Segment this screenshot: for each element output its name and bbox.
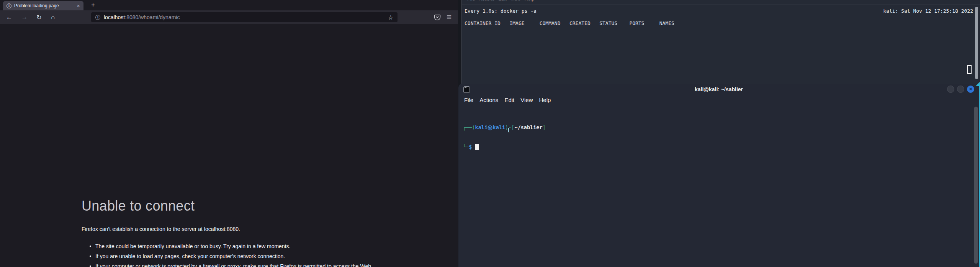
bookmark-star-icon[interactable]: ☆ bbox=[388, 14, 393, 21]
shell-prompt[interactable]: ┌──(kali㉿kali)-[~/sablier] └─$ bbox=[463, 111, 546, 163]
url-field[interactable]: i localhost:8080/whoami/dynamic ☆ bbox=[91, 12, 398, 22]
site-info-icon[interactable]: i bbox=[95, 15, 100, 20]
prompt-user-host: kali㉿kali bbox=[475, 124, 506, 130]
browser-tab[interactable]: i Problem loading page ✕ bbox=[3, 1, 83, 10]
info-icon: i bbox=[7, 3, 11, 8]
prompt-line-1: ┌──(kali㉿kali)-[~/sablier] bbox=[463, 124, 546, 131]
back-icon[interactable]: ← bbox=[5, 10, 14, 24]
menu-help[interactable]: Help bbox=[539, 97, 551, 103]
scrollbar[interactable] bbox=[975, 7, 978, 79]
list-item: If your computer or network is protected… bbox=[89, 263, 373, 267]
right-panel: File Actions Edit View Help Every 1.0s: … bbox=[458, 0, 980, 267]
window-title: kali@kali: ~/sablier bbox=[458, 84, 979, 95]
tab-title: Problem loading page bbox=[14, 3, 73, 8]
prompt-line-2: └─$ bbox=[463, 144, 546, 150]
prompt-symbol: $ bbox=[469, 144, 472, 150]
pocket-icon[interactable] bbox=[434, 14, 441, 22]
docker-ps-header: CONTAINER ID IMAGE COMMAND CREATED STATU… bbox=[465, 20, 674, 26]
url-text: localhost:8080/whoami/dynamic bbox=[104, 14, 180, 20]
watch-host-timestamp: kali: Sat Nov 12 17:25:18 2022 bbox=[883, 8, 973, 14]
menu-actions[interactable]: Actions bbox=[479, 0, 494, 2]
window-controls: ✕ bbox=[947, 86, 974, 93]
prompt-frame: ] bbox=[543, 124, 546, 130]
url-path: :8080/whoami/dynamic bbox=[125, 14, 180, 20]
terminal-cursor bbox=[475, 144, 479, 150]
scrollbar[interactable] bbox=[974, 107, 978, 264]
maximize-button[interactable] bbox=[957, 86, 964, 93]
new-tab-button[interactable]: + bbox=[89, 1, 97, 9]
menu-help[interactable]: Help bbox=[525, 0, 535, 2]
shell-terminal-menubar: File Actions Edit View Help bbox=[464, 97, 551, 103]
minimize-button[interactable] bbox=[947, 86, 954, 93]
list-item: The site could be temporarily unavailabl… bbox=[89, 243, 373, 249]
text-cursor-pointer-icon: I bbox=[507, 127, 510, 134]
menu-file[interactable]: File bbox=[467, 0, 475, 2]
menu-edit[interactable]: Edit bbox=[504, 97, 514, 103]
error-description: Firefox can’t establish a connection to … bbox=[82, 226, 240, 232]
watch-command: Every 1.0s: docker ps -a bbox=[465, 8, 537, 14]
menu-hamburger-icon[interactable]: ☰ bbox=[447, 10, 452, 24]
close-button[interactable]: ✕ bbox=[967, 86, 974, 93]
watch-terminal-menubar: File Actions Edit View Help bbox=[467, 0, 534, 2]
glyph-box-icon bbox=[967, 65, 972, 74]
menu-file[interactable]: File bbox=[464, 97, 473, 103]
reload-icon[interactable]: ↻ bbox=[34, 10, 44, 24]
error-page: Unable to connect Firefox can’t establis… bbox=[0, 25, 458, 267]
error-suggestion-list: The site could be temporarily unavailabl… bbox=[89, 243, 373, 267]
watch-status-line: Every 1.0s: docker ps -a kali: Sat Nov 1… bbox=[465, 8, 973, 14]
nav-toolbar: ← → ↻ ⌂ i localhost:8080/whoami/dynamic … bbox=[0, 10, 458, 24]
browser-window: i Problem loading page ✕ + ← → ↻ ⌂ i loc… bbox=[0, 0, 458, 267]
forward-icon[interactable]: → bbox=[20, 10, 29, 24]
prompt-frame: ┌──( bbox=[463, 124, 475, 130]
menu-view[interactable]: View bbox=[520, 97, 533, 103]
list-item: If you are unable to load any pages, che… bbox=[89, 253, 373, 259]
prompt-path: ~/sablier bbox=[514, 124, 542, 130]
tab-close-icon[interactable]: ✕ bbox=[75, 4, 80, 8]
screen: i Problem loading page ✕ + ← → ↻ ⌂ i loc… bbox=[0, 0, 980, 267]
url-host: localhost bbox=[104, 14, 125, 20]
home-icon[interactable]: ⌂ bbox=[48, 10, 57, 24]
tab-bar: i Problem loading page ✕ + bbox=[0, 0, 458, 10]
watch-terminal: File Actions Edit View Help Every 1.0s: … bbox=[461, 0, 980, 84]
menu-view[interactable]: View bbox=[510, 0, 521, 2]
menubar-separator bbox=[458, 106, 979, 106]
error-title: Unable to connect bbox=[82, 198, 195, 214]
menu-actions[interactable]: Actions bbox=[479, 97, 498, 103]
terminal-app-icon bbox=[463, 86, 470, 93]
shell-terminal-window: kali@kali: ~/sablier ✕ File Actions Edit… bbox=[458, 84, 980, 267]
window-titlebar[interactable]: kali@kali: ~/sablier ✕ bbox=[458, 84, 979, 95]
prompt-frame: └─ bbox=[463, 144, 469, 150]
menubar-separator bbox=[462, 5, 980, 5]
menu-edit[interactable]: Edit bbox=[498, 0, 507, 2]
